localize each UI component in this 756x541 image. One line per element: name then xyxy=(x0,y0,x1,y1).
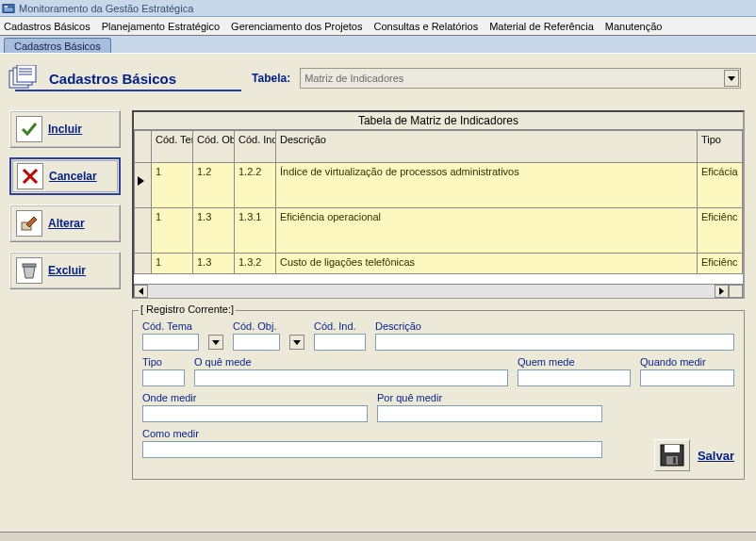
window-titlebar: Monitoramento da Gestão Estratégica xyxy=(0,0,756,17)
lbl-como-medir: Como medir xyxy=(142,428,602,439)
window-title: Monitoramento da Gestão Estratégica xyxy=(19,3,193,14)
floppy-icon xyxy=(659,443,685,467)
lbl-quando-medir: Quando medir xyxy=(640,356,734,368)
lbl-cod-tema: Cód. Tema xyxy=(142,320,199,332)
action-column: Incluir Cancelar Alterar xyxy=(9,110,123,289)
app-icon xyxy=(2,2,15,15)
arrow-left-icon xyxy=(139,287,143,295)
svg-rect-1 xyxy=(5,6,8,8)
salvar-button[interactable] xyxy=(654,439,690,471)
menu-planejamento[interactable]: Planejamento Estratégico xyxy=(102,21,220,32)
cell-cod-obj[interactable]: 1.2 xyxy=(193,163,235,208)
input-descricao[interactable] xyxy=(375,334,734,351)
input-quem-mede[interactable] xyxy=(518,369,631,386)
lbl-cod-obj: Cód. Obj. xyxy=(233,320,280,332)
input-cod-tema[interactable] xyxy=(142,334,199,351)
row-selector[interactable] xyxy=(135,254,152,274)
cell-cod-obj[interactable]: 1.3 xyxy=(193,208,235,254)
cell-tipo[interactable]: Eficiênc xyxy=(698,208,743,254)
cell-cod-obj[interactable]: 1.3 xyxy=(193,254,235,274)
chevron-down-icon xyxy=(728,76,735,81)
col-cod-ind[interactable]: Cód. Ind. xyxy=(235,131,276,163)
workspace: Cadastros Básicos Tabela: Matriz de Indi… xyxy=(0,53,756,541)
col-cod-obj[interactable]: Cód. Obj. xyxy=(193,131,235,163)
table-row[interactable]: 1 1.2 1.2.2 Índice de virtualização de p… xyxy=(135,163,743,208)
cancelar-button[interactable]: Cancelar xyxy=(9,157,121,195)
cell-cod-ind[interactable]: 1.2.2 xyxy=(235,163,276,208)
lbl-cod-ind: Cód. Ind. xyxy=(314,320,366,332)
grid-corner xyxy=(135,131,152,163)
cell-cod-tema[interactable]: 1 xyxy=(152,163,193,208)
registro-corrente-group: [ Registro Corrente:] Cód. Tema Cód. Obj… xyxy=(132,310,745,480)
svg-rect-15 xyxy=(665,445,680,452)
incluir-label: Incluir xyxy=(48,123,82,136)
cell-cod-ind[interactable]: 1.3.1 xyxy=(235,208,276,254)
check-icon xyxy=(16,116,42,142)
scroll-corner xyxy=(729,285,743,298)
header: Cadastros Básicos Tabela: Matriz de Indi… xyxy=(8,59,748,97)
cell-cod-tema[interactable]: 1 xyxy=(152,254,193,274)
input-como-medir[interactable] xyxy=(142,441,602,458)
lookup-cod-tema-button[interactable] xyxy=(208,335,223,350)
cell-cod-ind[interactable]: 1.3.2 xyxy=(235,254,276,274)
sheets-icon xyxy=(8,65,40,91)
cell-tipo[interactable]: Eficácia xyxy=(698,163,743,208)
tab-cadastros-basicos[interactable]: Cadastros Básicos xyxy=(4,38,111,53)
arrow-down-icon xyxy=(293,340,301,345)
table-title: Tabela de Matriz de Indicadores xyxy=(134,112,743,130)
menu-material[interactable]: Material de Referência xyxy=(489,21,594,32)
input-cod-obj[interactable] xyxy=(233,334,280,351)
menu-gerenciamento[interactable]: Gerenciamento dos Projetos xyxy=(231,21,362,32)
svg-rect-3 xyxy=(5,9,13,10)
registro-legend: [ Registro Corrente:] xyxy=(139,303,236,315)
cell-cod-tema[interactable]: 1 xyxy=(152,208,193,254)
menubar: Cadastros Básicos Planejamento Estratégi… xyxy=(0,17,756,36)
menu-manutencao[interactable]: Manutenção xyxy=(605,21,663,32)
row-selector[interactable] xyxy=(135,208,152,254)
tabela-dropdown-button[interactable] xyxy=(724,70,739,87)
tabela-label: Tabela: xyxy=(252,72,290,85)
scroll-left-button[interactable] xyxy=(134,285,148,298)
input-o-que-mede[interactable] xyxy=(194,369,508,386)
edit-icon xyxy=(16,210,42,237)
col-tipo[interactable]: Tipo xyxy=(698,131,743,163)
cancel-icon xyxy=(17,163,43,189)
input-tipo[interactable] xyxy=(142,369,185,386)
lbl-tipo: Tipo xyxy=(142,356,185,368)
title-underline xyxy=(15,90,241,91)
alterar-button[interactable]: Alterar xyxy=(9,205,121,242)
tabela-combobox[interactable]: Matriz de Indicadores xyxy=(300,68,741,89)
menu-consultas[interactable]: Consultas e Relatórios xyxy=(374,21,479,32)
current-row-arrow-icon xyxy=(138,176,144,186)
input-cod-ind[interactable] xyxy=(314,334,366,351)
tabela-value: Matriz de Indicadores xyxy=(304,73,403,84)
data-grid[interactable]: Cód. Tema Cód. Obj. Cód. Ind. Descrição … xyxy=(134,130,743,274)
table-row[interactable]: 1 1.3 1.3.1 Eficiência operacional Efici… xyxy=(135,208,743,254)
scroll-right-button[interactable] xyxy=(715,285,729,298)
cell-descricao[interactable]: Eficiência operacional xyxy=(276,208,698,254)
alterar-label: Alterar xyxy=(48,217,85,230)
input-onde-medir[interactable] xyxy=(142,405,368,422)
trash-icon xyxy=(16,257,42,284)
excluir-label: Excluir xyxy=(48,264,86,277)
incluir-button[interactable]: Incluir xyxy=(9,110,121,148)
table-row[interactable]: 1 1.3 1.3.2 Custo de ligações telefônica… xyxy=(135,254,743,274)
svg-rect-2 xyxy=(5,8,13,9)
input-quando-medir[interactable] xyxy=(640,369,734,386)
horizontal-scrollbar[interactable] xyxy=(134,284,743,298)
excluir-button[interactable]: Excluir xyxy=(9,252,121,289)
cancelar-label: Cancelar xyxy=(49,170,97,183)
scroll-track[interactable] xyxy=(148,285,715,298)
lookup-cod-obj-button[interactable] xyxy=(289,335,304,350)
arrow-down-icon xyxy=(212,340,220,345)
col-cod-tema[interactable]: Cód. Tema xyxy=(152,131,193,163)
cell-descricao[interactable]: Índice de virtualização de processos adm… xyxy=(276,163,698,208)
menu-cadastros[interactable]: Cadastros Básicos xyxy=(4,21,90,32)
col-descricao[interactable]: Descrição xyxy=(276,131,698,163)
lbl-o-que-mede: O quê mede xyxy=(194,356,508,368)
input-por-que-medir[interactable] xyxy=(377,405,602,422)
lbl-quem-mede: Quem mede xyxy=(518,356,631,368)
row-selector-current[interactable] xyxy=(135,163,152,208)
cell-tipo[interactable]: Eficiênc xyxy=(698,254,743,274)
cell-descricao[interactable]: Custo de ligações telefônicas xyxy=(276,254,698,274)
